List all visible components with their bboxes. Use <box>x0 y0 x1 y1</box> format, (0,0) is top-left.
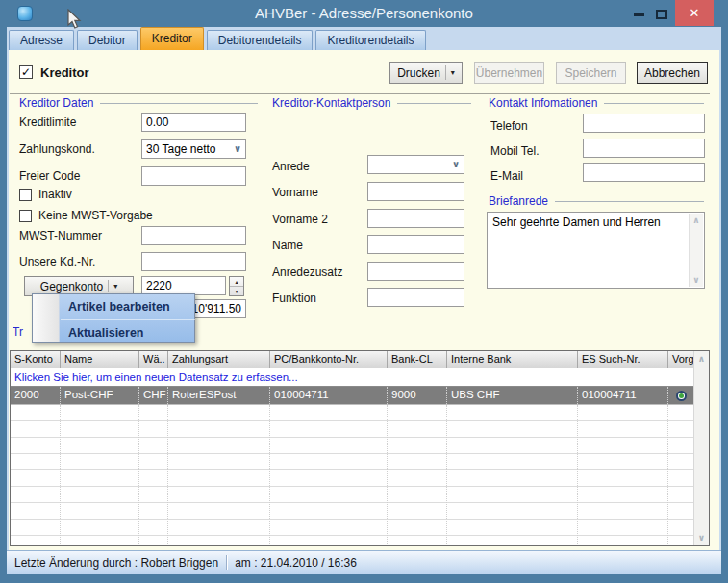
scroll-down-icon[interactable]: ∨ <box>692 275 699 285</box>
close-icon: ✕ <box>690 6 700 20</box>
vorname-label: Vorname <box>272 186 318 199</box>
empty-col <box>388 405 447 545</box>
mobil-field[interactable] <box>583 139 705 158</box>
empty-col <box>668 405 693 545</box>
tab-adresse[interactable]: Adresse <box>9 30 74 50</box>
kreditor-checkbox[interactable]: ✓ <box>19 65 33 79</box>
cell-bank-cl: 9000 <box>388 387 447 404</box>
speichern-button[interactable]: Speichern <box>556 62 626 84</box>
spinner-up-icon[interactable]: ▴ <box>230 277 243 287</box>
minimize-button[interactable] <box>630 8 647 21</box>
table-scrollbar[interactable]: ∧ ∨ <box>693 351 709 545</box>
scroll-down-icon[interactable]: ∨ <box>694 530 709 545</box>
zahlungskond-value: 30 Tage netto <box>146 142 216 156</box>
col-es-such-nr[interactable]: ES Such-Nr. <box>578 351 668 368</box>
freier-code-field[interactable] <box>141 166 246 186</box>
col-bank-cl[interactable]: Bank-CL <box>388 351 447 368</box>
tab-debitor[interactable]: Debitor <box>77 30 138 50</box>
chevron-down-icon: ∨ <box>452 160 460 169</box>
spinner-down-icon[interactable]: ▾ <box>230 287 243 295</box>
status-bar: Letzte Änderung durch : Robert Briggen a… <box>7 550 721 574</box>
new-record-row[interactable]: Klicken Sie hier, um einen neuen Datensa… <box>11 368 693 387</box>
cell-zahlungsart: RoterESPost <box>168 387 270 404</box>
tab-kreditorendetails[interactable]: Kreditorendetails <box>315 30 425 50</box>
menu-item-artikel-bearbeiten[interactable]: Artikel bearbeiten <box>61 294 195 319</box>
scroll-up-icon[interactable]: ∧ <box>694 351 709 367</box>
anredezusatz-label: Anredezusatz <box>272 266 342 279</box>
gegenkonto-dropdown-icon: ▾ <box>113 283 117 291</box>
unsere-kdnr-field[interactable] <box>141 252 246 271</box>
col-zahlungsart[interactable]: Zahlungsart <box>168 351 270 368</box>
briefanrede-textarea[interactable]: Sehr geehrte Damen und Herren ∧ ∨ <box>487 212 705 289</box>
abbrechen-button[interactable]: Abbrechen <box>637 62 708 84</box>
gegenkonto-field[interactable]: 2220 <box>141 276 226 295</box>
col-name[interactable]: Name <box>61 351 139 368</box>
cell-pc-bankkonto: 010004711 <box>270 387 388 404</box>
cell-s-konto: 2000 <box>11 387 61 404</box>
col-interne-bank[interactable]: Interne Bank <box>447 351 578 368</box>
table-empty-area[interactable] <box>11 405 693 545</box>
kreditlimite-field[interactable]: 0.00 <box>141 113 246 132</box>
email-label: E-Mail <box>490 169 523 183</box>
vorname-field[interactable] <box>367 182 464 201</box>
col-vorg[interactable]: Vorg.. <box>668 351 693 368</box>
maximize-icon <box>656 10 667 19</box>
gegenkonto-spinner[interactable]: ▴ ▾ <box>229 276 244 296</box>
table-header-row: S-Konto Name Wä.. Zahlungsart PC/Bankkon… <box>11 351 709 368</box>
maximize-button[interactable] <box>653 8 670 21</box>
briefanrede-title-rule <box>555 201 704 202</box>
drucken-button[interactable]: Drucken ▾ <box>389 62 463 84</box>
uebernehmen-button[interactable]: Übernehmen <box>474 62 544 84</box>
scroll-up-icon[interactable]: ∧ <box>692 215 699 225</box>
close-button[interactable]: ✕ <box>675 0 714 26</box>
cell-vorg <box>668 387 693 404</box>
cell-waehrung: CHF <box>139 387 168 404</box>
empty-col <box>447 405 578 545</box>
anrede-label: Anrede <box>272 160 310 173</box>
gegenkonto-split-divider <box>108 280 109 292</box>
title-bar[interactable]: AHVBer - Adresse/Personenkonto <box>0 0 728 27</box>
telefon-field[interactable] <box>583 114 705 133</box>
tab-debitorendetails[interactable]: Debitorendetails <box>207 30 314 50</box>
tab-strip: Adresse Debitor Kreditor Debitorendetail… <box>7 27 721 50</box>
bank-accounts-table: S-Konto Name Wä.. Zahlungsart PC/Bankkon… <box>10 350 710 546</box>
tab-kreditor[interactable]: Kreditor <box>140 27 204 50</box>
briefanrede-scrollbar[interactable]: ∧ ∨ <box>689 214 703 287</box>
funktion-field[interactable] <box>367 288 464 307</box>
anrede-select[interactable]: ∨ <box>367 155 464 174</box>
gegenkonto-button-label: Gegenkonto <box>40 280 103 293</box>
kontaktperson-section-title: Kreditor-Kontaktperson <box>272 96 471 110</box>
table-row-selected[interactable]: 2000 Post-CHF CHF RoterESPost 010004711 … <box>11 387 693 405</box>
kreditlimite-label: Kreditlimite <box>19 115 76 129</box>
inaktiv-checkbox[interactable] <box>19 189 32 201</box>
briefanrede-section-title: Briefanrede <box>489 194 704 208</box>
gegenkonto-context-menu: Artikel bearbeiten Aktualisieren <box>32 293 195 343</box>
mouse-cursor-icon <box>67 9 83 30</box>
status-last-change: Letzte Änderung durch : Robert Briggen <box>14 556 218 570</box>
app-icon <box>17 6 33 21</box>
vorname2-label: Vorname 2 <box>272 213 328 226</box>
cell-name: Post-CHF <box>61 387 139 404</box>
vorname2-field[interactable] <box>367 209 464 228</box>
col-pc-bankkonto[interactable]: PC/Bankkonto-Nr. <box>270 351 388 368</box>
kontakt-info-title-text: Kontakt Infomationen <box>489 96 597 110</box>
keine-mwst-checkbox[interactable] <box>19 210 32 222</box>
name-field[interactable] <box>367 235 464 254</box>
empty-col <box>578 405 668 545</box>
kreditor-daten-title-text: Kreditor Daten <box>19 96 93 110</box>
col-s-konto[interactable]: S-Konto <box>11 351 61 368</box>
col-waehrung[interactable]: Wä.. <box>139 351 168 368</box>
empty-col <box>270 405 388 545</box>
email-field[interactable] <box>583 163 705 182</box>
mobil-label: Mobil Tel. <box>490 144 539 158</box>
cell-interne-bank: UBS CHF <box>447 387 578 404</box>
anredezusatz-field[interactable] <box>367 262 464 281</box>
mwst-nummer-label: MWST-Nummer <box>19 229 102 242</box>
mwst-nummer-field[interactable] <box>141 226 246 245</box>
covered-section-label: Tr <box>13 325 23 339</box>
status-timestamp: am : 21.04.2010 / 16:36 <box>235 556 357 570</box>
zahlungskond-select[interactable]: 30 Tage netto ∨ <box>141 139 246 159</box>
briefanrede-title-text: Briefanrede <box>489 194 548 208</box>
drucken-dropdown-icon: ▾ <box>451 69 455 77</box>
menu-item-aktualisieren[interactable]: Aktualisieren <box>61 319 195 344</box>
